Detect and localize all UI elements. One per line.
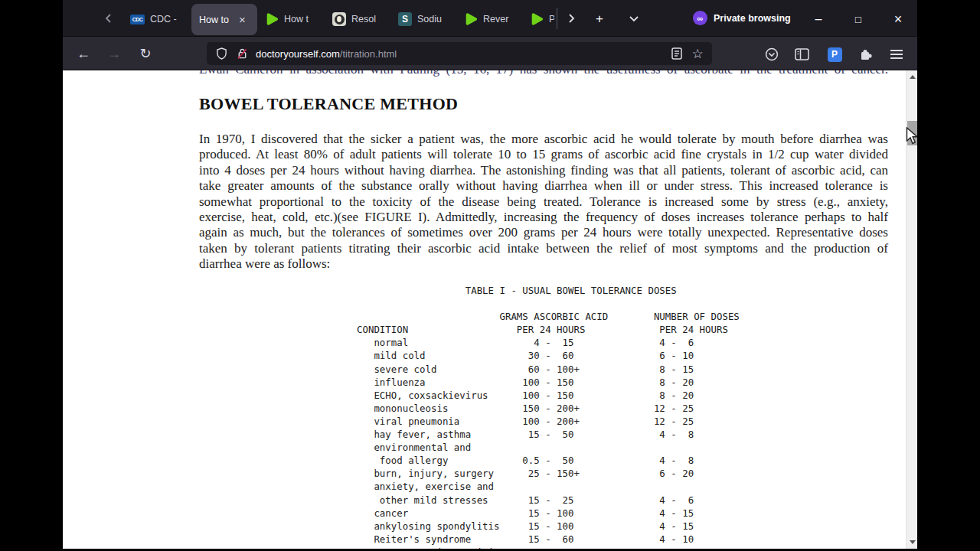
scroll-down-arrow-icon <box>910 540 916 544</box>
tab-close-icon[interactable]: × <box>239 13 246 26</box>
page-viewport: Ewan Cameron in association with Pauling… <box>63 70 917 549</box>
minimize-icon: – <box>815 12 822 26</box>
tab-resol[interactable]: Resol <box>332 5 395 34</box>
tab-label: Rever <box>483 14 508 24</box>
url-path: /titration.html <box>340 48 397 60</box>
resol-favicon-icon <box>332 12 346 26</box>
green-play-icon <box>265 12 279 26</box>
scroll-up-button[interactable] <box>906 70 917 83</box>
scroll-down-button[interactable] <box>906 536 917 549</box>
url-bar[interactable]: doctoryourself.com/titration.html ☆ <box>207 42 712 65</box>
minimize-button[interactable]: – <box>806 8 831 31</box>
green-play-icon <box>530 12 544 26</box>
private-browsing-badge: ∞ Private browsing <box>693 11 791 25</box>
forward-button[interactable]: → <box>106 45 122 62</box>
green-play-icon <box>464 12 478 26</box>
tab-scroll-right-button[interactable] <box>565 12 577 24</box>
reload-icon: ↻ <box>139 45 151 62</box>
private-mask-icon: ∞ <box>693 11 707 25</box>
tab-separator <box>557 8 557 29</box>
paragraph-line: taken by tolerant patients titrating the… <box>199 241 888 256</box>
url-domain: doctoryourself.com <box>256 48 340 60</box>
tab-label: Sodiu <box>417 14 442 24</box>
paragraph-line: again as much, but the tolerances of som… <box>199 225 888 240</box>
tab-bar: CDC CDC - How to × How t Resol S Sodiu R… <box>63 0 917 37</box>
chevron-left-icon <box>103 12 115 24</box>
new-tab-button[interactable]: + <box>590 9 609 29</box>
paragraph-line: into 4 doses per 24 hours without having… <box>199 163 888 178</box>
tolerance-table-pre: TABLE I - USUAL BOWEL TOLERANCE DOSES GR… <box>357 284 740 549</box>
paragraph-line: produced. At least 80% of adult patients… <box>199 147 888 162</box>
url-text[interactable]: doctoryourself.com/titration.html <box>256 48 663 60</box>
mouse-cursor <box>906 127 917 148</box>
tab-scroll-left-button[interactable] <box>103 12 115 24</box>
private-browsing-label: Private browsing <box>714 13 791 24</box>
reload-button[interactable]: ↻ <box>137 45 154 62</box>
tab-sodium[interactable]: S Sodiu <box>398 5 461 34</box>
body-paragraph: In 1970, I discovered that the sicker a … <box>199 132 888 272</box>
sidebar-toggle-icon[interactable] <box>793 46 810 63</box>
s-letter-favicon-icon: S <box>398 12 412 26</box>
extensions-puzzle-icon[interactable] <box>858 46 874 63</box>
menu-hamburger-icon[interactable] <box>888 46 905 63</box>
tab-how[interactable]: How t <box>265 5 329 34</box>
paragraph-line: exercise, heat, cold, etc.)(see FIGURE I… <box>199 210 888 225</box>
cdc-favicon-icon: CDC <box>130 15 145 24</box>
pocket-icon[interactable] <box>763 46 780 63</box>
tab-list-dropdown-button[interactable] <box>628 12 640 24</box>
tab-label: CDC - <box>150 14 177 24</box>
tab-label: Resol <box>351 14 376 24</box>
chevron-right-icon <box>565 12 577 24</box>
tab-how-to-active[interactable]: How to × <box>191 4 257 35</box>
paragraph-line: somewhat proportional to the toxicity of… <box>199 194 888 210</box>
browser-window: CDC CDC - How to × How t Resol S Sodiu R… <box>63 0 917 549</box>
page-title: BOWEL TOLERANCE METHOD <box>199 94 888 114</box>
tab-cdc[interactable]: CDC CDC - <box>130 5 187 34</box>
tab-label: How to <box>199 15 229 25</box>
close-icon: × <box>894 11 903 28</box>
scroll-up-arrow-icon <box>910 75 916 79</box>
tab-p[interactable]: P <box>530 5 554 34</box>
close-button[interactable]: × <box>886 8 910 31</box>
back-arrow-icon: ← <box>77 46 90 62</box>
tracking-shield-icon[interactable] <box>214 47 228 60</box>
clipped-reference-line: Ewan Cameron in association with Pauling… <box>199 70 888 77</box>
tab-label: How t <box>284 14 309 24</box>
plus-icon: + <box>596 11 603 27</box>
forward-arrow-icon: → <box>107 46 121 62</box>
navigation-toolbar: ← → ↻ doctoryourself.com/titration.html … <box>63 37 917 70</box>
chevron-down-icon <box>628 12 640 24</box>
maximize-icon: □ <box>855 14 861 25</box>
paragraph-line: take greater amounts of the substance or… <box>199 178 888 194</box>
maximize-button[interactable]: □ <box>846 8 871 31</box>
reader-view-icon[interactable] <box>670 47 684 60</box>
bookmark-star-icon[interactable]: ☆ <box>691 47 704 60</box>
letterbox-right <box>917 0 980 551</box>
letterbox-left <box>0 0 63 551</box>
back-button[interactable]: ← <box>75 45 92 62</box>
tab-label: P <box>549 14 554 24</box>
insecure-lock-icon[interactable] <box>235 47 249 60</box>
paragraph-line: diarrhea were as follows: <box>199 256 888 272</box>
extension-p-icon[interactable]: P <box>826 46 843 63</box>
paragraph-line: In 1970, I discovered that the sicker a … <box>199 132 888 147</box>
tab-rever[interactable]: Rever <box>464 5 527 34</box>
